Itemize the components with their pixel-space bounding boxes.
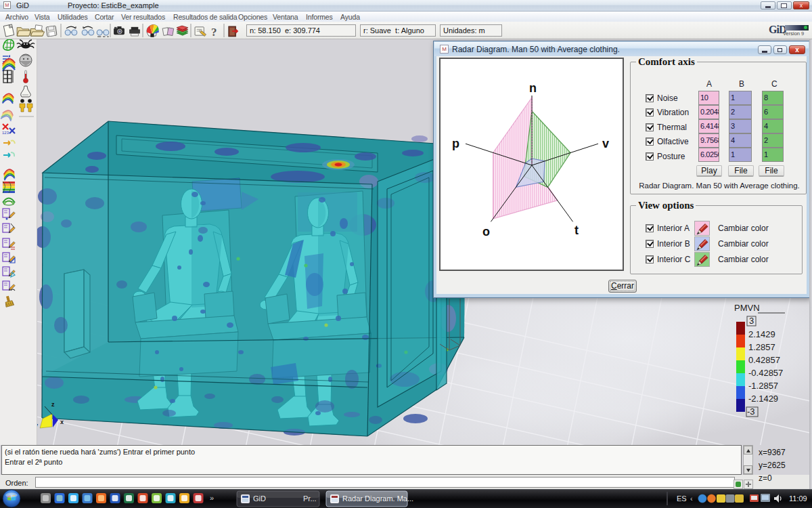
svg-text:»: » (210, 494, 214, 502)
svg-text:Pr...: Pr... (303, 494, 317, 503)
svg-text:x: x (60, 419, 64, 425)
svg-text:2.1429: 2.1429 (748, 329, 775, 339)
svg-text:11:09: 11:09 (789, 494, 807, 503)
svg-text:-0.42857: -0.42857 (748, 368, 783, 378)
svg-text:v: v (602, 137, 609, 150)
svg-text:-2.1429: -2.1429 (748, 394, 778, 404)
svg-text:3: 3 (749, 316, 754, 326)
svg-text:?: ? (211, 26, 217, 39)
svg-text:-3: -3 (747, 406, 755, 417)
svg-text:p: p (452, 137, 459, 150)
svg-text:Radar Diagram. Ma...: Radar Diagram. Ma... (342, 494, 413, 503)
svg-text:1.2857: 1.2857 (748, 342, 775, 352)
svg-text:z: z (51, 401, 55, 408)
svg-text:y: y (37, 422, 38, 429)
svg-text:GiD: GiD (253, 494, 266, 503)
svg-text:123: 123 (2, 131, 9, 135)
svg-text:PMVN: PMVN (734, 303, 760, 313)
svg-text:ES: ES (677, 494, 687, 503)
svg-text:‹: ‹ (690, 494, 693, 503)
svg-text:n: n (529, 81, 537, 95)
svg-text:0.42857: 0.42857 (748, 355, 780, 365)
svg-text:o: o (482, 225, 490, 238)
svg-text:-1.2857: -1.2857 (748, 381, 778, 391)
svg-text:t: t (574, 224, 579, 237)
